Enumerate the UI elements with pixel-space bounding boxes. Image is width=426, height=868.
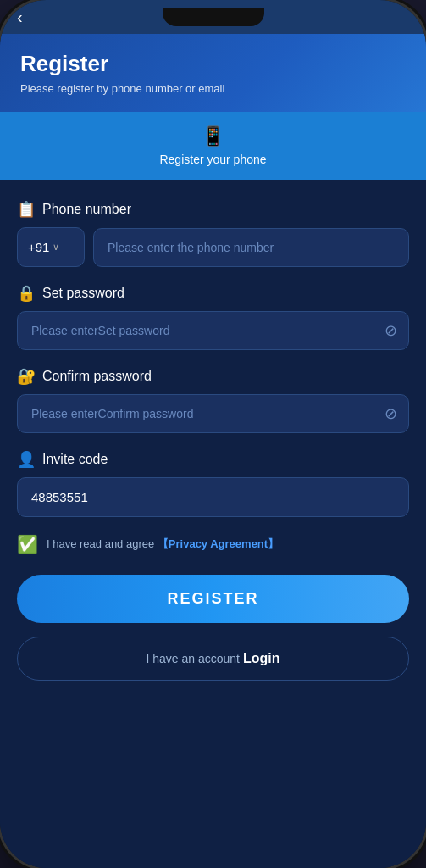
register-button[interactable]: Register [17,575,409,623]
notch [163,8,264,26]
phone-input-row: +91 ∨ [17,227,409,267]
phone-label-row: 📋 Phone number [17,200,409,219]
set-password-label-row: 🔒 Set password [17,284,409,303]
login-button[interactable]: I have an account Login [17,637,409,681]
agreement-row: ✅ I have read and agree 【Privacy Agreeme… [17,534,409,554]
confirm-password-group: 🔐 Confirm password ⊘ [17,367,409,433]
screen: Register Please register by phone number… [0,34,426,868]
tab-bar: 📱 Register your phone [0,112,426,180]
page-title: Register [20,51,406,77]
eye-off-icon-set[interactable]: ⊘ [385,321,397,340]
set-password-group: 🔒 Set password ⊘ [17,284,409,350]
phone-field-icon: 📋 [17,200,36,219]
phone-frame: ‹ Register Please register by phone numb… [0,0,426,868]
phone-tab-icon: 📱 [202,125,224,147]
phone-number-group: 📋 Phone number +91 ∨ [17,200,409,267]
notch-area [0,0,426,34]
lock-icon-confirm: 🔐 [17,367,36,386]
login-prefix-text: I have an account [146,652,240,665]
privacy-link[interactable]: 【Privacy Agreement】 [158,537,279,550]
invite-code-group: 👤 Invite code [17,450,409,517]
lock-icon-set: 🔒 [17,284,36,303]
login-highlight-text: Login [243,651,280,666]
dropdown-arrow-icon: ∨ [53,242,59,253]
confirm-password-label-row: 🔐 Confirm password [17,367,409,386]
page-subtitle: Please register by phone number or email [20,82,406,95]
country-code-value: +91 [28,240,49,254]
tab-register-phone[interactable]: 📱 Register your phone [0,112,426,180]
phone-number-input[interactable] [93,228,409,267]
set-password-label: Set password [42,286,124,301]
invite-code-label-row: 👤 Invite code [17,450,409,469]
confirm-password-wrapper: ⊘ [17,394,409,433]
set-password-input[interactable] [17,311,409,350]
eye-off-icon-confirm[interactable]: ⊘ [385,404,397,423]
country-code-selector[interactable]: +91 ∨ [17,227,85,267]
agreement-check-icon[interactable]: ✅ [17,534,38,554]
confirm-password-input[interactable] [17,394,409,433]
invite-code-input[interactable] [17,477,409,517]
confirm-password-label: Confirm password [42,369,152,384]
set-password-wrapper: ⊘ [17,311,409,350]
tab-section: 📱 Register your phone [0,112,426,180]
phone-label: Phone number [42,202,131,217]
user-icon: 👤 [17,450,36,469]
form-section: 📋 Phone number +91 ∨ 🔒 Set password [0,180,426,868]
invite-code-label: Invite code [42,452,108,467]
tab-label: Register your phone [159,153,266,166]
header-section: Register Please register by phone number… [0,34,426,112]
agreement-text: I have read and agree 【Privacy Agreement… [47,537,279,552]
